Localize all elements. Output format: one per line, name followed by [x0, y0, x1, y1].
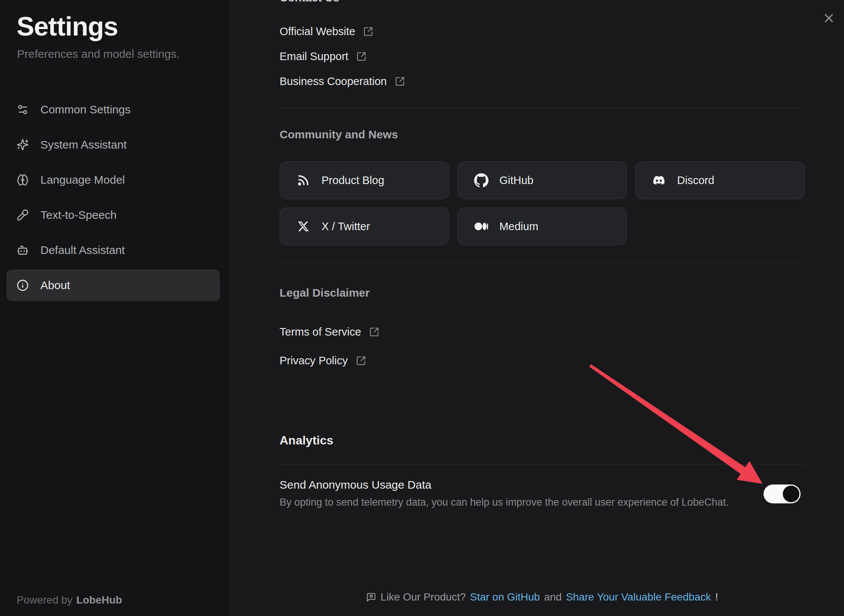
info-icon [17, 279, 29, 291]
settings-nav: Common Settings System Assistant Languag… [6, 94, 220, 305]
sidebar-item-language-model[interactable]: Language Model [6, 164, 220, 196]
email-support-link[interactable]: Email Support [280, 50, 366, 63]
contact-us-heading: Contact Us [280, 0, 339, 3]
discord-icon [651, 175, 666, 186]
about-settings-panel: Contact Us Official Website Email Suppor… [230, 0, 844, 616]
medium-button[interactable]: Medium [458, 207, 627, 245]
external-link-icon [356, 51, 366, 62]
usage-data-label: Send Anonymous Usage Data [280, 478, 431, 491]
sidebar-item-system-assistant[interactable]: System Assistant [6, 129, 220, 161]
github-button[interactable]: GitHub [458, 161, 627, 199]
sidebar-item-text-to-speech[interactable]: Text-to-Speech [6, 199, 220, 231]
link-label: Email Support [280, 50, 348, 63]
product-blog-button[interactable]: Product Blog [280, 161, 449, 199]
community-heading: Community and News [280, 128, 398, 141]
button-label: GitHub [499, 174, 533, 187]
link-label: Business Cooperation [280, 75, 387, 88]
sidebar-item-about[interactable]: About [6, 269, 220, 301]
analytics-heading: Analytics [280, 433, 333, 447]
page-subtitle: Preferences and model settings. [17, 48, 179, 60]
link-label: Privacy Policy [280, 354, 348, 367]
button-label: X / Twitter [322, 220, 370, 233]
official-website-link[interactable]: Official Website [280, 25, 373, 38]
settings-page: { "window": { "close_label": "close" }, … [0, 0, 844, 616]
powered-by-text: Powered by [17, 594, 73, 606]
legal-heading: Legal Disclaimer [280, 286, 369, 299]
button-label: Product Blog [322, 174, 384, 187]
privacy-policy-link[interactable]: Privacy Policy [280, 354, 366, 367]
share-feedback-link[interactable]: Share Your Valuable Feedback [566, 591, 711, 603]
section-divider [280, 108, 805, 108]
sidebar-item-common-settings[interactable]: Common Settings [6, 94, 220, 125]
sidebar-item-label: Default Assistant [40, 244, 125, 257]
sliders-icon [17, 104, 29, 116]
rss-icon [296, 174, 311, 187]
medium-icon [474, 220, 489, 233]
mic-icon [17, 209, 29, 221]
footer-suffix: ! [715, 591, 718, 603]
sidebar-item-label: System Assistant [40, 138, 127, 151]
x-twitter-button[interactable]: X / Twitter [280, 207, 449, 245]
business-cooperation-link[interactable]: Business Cooperation [280, 75, 405, 88]
footer-prefix: Like Our Product? [380, 591, 466, 603]
bot-icon [17, 244, 29, 256]
sidebar-item-label: Common Settings [40, 103, 130, 116]
sidebar-item-label: Text-to-Speech [40, 209, 117, 221]
settings-sidebar: Settings Preferences and model settings.… [0, 0, 230, 616]
community-buttons: Product Blog GitHub Discord X / Twitter … [280, 161, 805, 245]
footer-middle: and [544, 591, 562, 603]
usage-data-description: By opting to send telemetry data, you ca… [280, 497, 729, 508]
external-link-icon [356, 356, 366, 366]
sidebar-item-label: About [40, 279, 70, 292]
lobehub-brand[interactable]: LobeHub [76, 594, 122, 606]
sidebar-item-default-assistant[interactable]: Default Assistant [6, 234, 220, 266]
github-icon [474, 173, 489, 187]
link-label: Official Website [280, 25, 355, 38]
toggle-knob [783, 486, 799, 502]
star-on-github-link[interactable]: Star on GitHub [470, 591, 540, 603]
sidebar-item-label: Language Model [40, 173, 125, 186]
powered-by: Powered byLobeHub [17, 594, 122, 606]
external-link-icon [395, 76, 405, 87]
discord-button[interactable]: Discord [635, 161, 805, 199]
sparkles-icon [17, 139, 29, 151]
usage-data-toggle[interactable] [764, 484, 801, 503]
button-label: Discord [677, 174, 714, 187]
message-square-heart-icon [366, 592, 376, 602]
section-divider [280, 464, 805, 465]
brain-icon [17, 174, 29, 186]
external-link-icon [369, 327, 379, 337]
terms-of-service-link[interactable]: Terms of Service [280, 325, 379, 338]
link-label: Terms of Service [280, 326, 361, 338]
page-title: Settings [17, 11, 118, 42]
close-icon[interactable] [822, 11, 836, 25]
product-feedback-footer: Like Our Product? Star on GitHub and Sha… [280, 590, 805, 604]
button-label: Medium [499, 220, 538, 233]
x-twitter-icon [296, 220, 311, 232]
section-divider [280, 262, 805, 263]
external-link-icon [363, 26, 373, 37]
